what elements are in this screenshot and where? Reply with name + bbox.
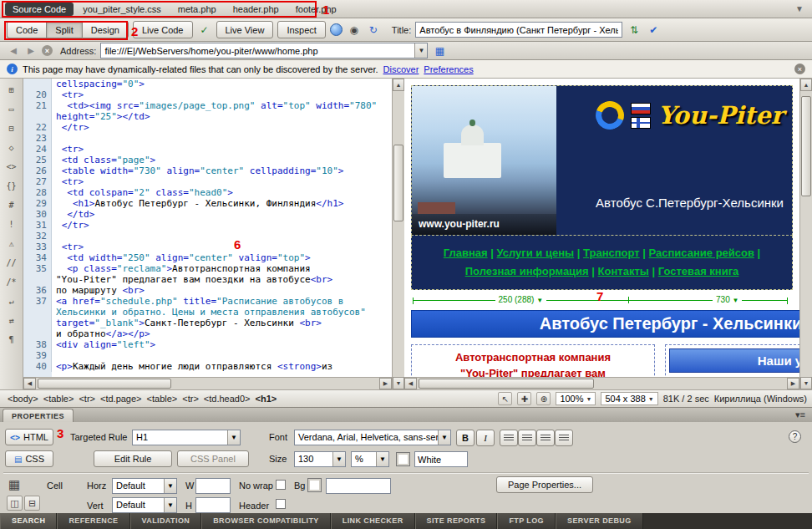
column-width-label[interactable]: 250 (288) ▼	[495, 295, 547, 304]
nav-link[interactable]: Главная	[444, 247, 488, 259]
nav-link[interactable]: Расписание рейсов	[649, 247, 754, 259]
file-management-icon[interactable]: ⇅	[627, 23, 642, 38]
html-mode-button[interactable]: <>HTML	[5, 429, 53, 445]
related-file-tab[interactable]: header.php	[226, 3, 287, 16]
design-view-button[interactable]: Design	[82, 21, 129, 38]
page-properties-button[interactable]: Page Properties...	[496, 476, 593, 493]
text-color-input[interactable]	[414, 451, 468, 467]
results-tab-link-checker[interactable]: LINK CHECKER	[331, 513, 415, 529]
check-browser-compatibility-icon[interactable]: ✓	[197, 23, 212, 38]
tag-selector-item[interactable]: <table>	[41, 393, 77, 404]
horz-align-select[interactable]: Default▼	[112, 478, 177, 494]
w3c-validation-icon[interactable]: ✔	[646, 23, 661, 38]
apply-comment-icon[interactable]: //	[3, 255, 20, 270]
bold-button[interactable]: B	[456, 430, 475, 446]
discover-link[interactable]: Discover	[383, 64, 419, 74]
title-input[interactable]	[416, 23, 622, 37]
preferences-link[interactable]: Preferences	[424, 64, 473, 74]
bg-color-input[interactable]	[326, 478, 391, 494]
scroll-up-icon[interactable]: ▲	[393, 79, 404, 91]
source-code-tab[interactable]: Source Code	[5, 3, 74, 16]
close-info-bar-icon[interactable]: ×	[794, 64, 805, 74]
results-tab-validation[interactable]: VALIDATION	[130, 513, 202, 529]
preview-in-browser-icon[interactable]	[330, 23, 343, 36]
results-tab-search[interactable]: SEARCH	[0, 513, 57, 529]
back-icon[interactable]: ◀	[7, 44, 20, 58]
tag-selector-item[interactable]: <body>	[5, 393, 41, 404]
bg-color-swatch[interactable]	[307, 478, 322, 492]
nav-link[interactable]: Услуги и цены	[497, 247, 575, 259]
italic-button[interactable]: I	[476, 430, 495, 446]
align-left-button[interactable]	[500, 430, 518, 446]
page-heading-bar[interactable]: Автобус Петербург - Хельсинки	[411, 310, 799, 338]
tag-selector-item[interactable]: <td.head0>	[201, 393, 253, 404]
align-justify-button[interactable]	[555, 430, 573, 446]
code-vertical-scrollbar[interactable]: ▲ ▼	[392, 79, 404, 389]
address-dropdown-icon[interactable]: ▼	[414, 43, 427, 58]
balance-braces-icon[interactable]: {}	[3, 178, 20, 193]
design-pane[interactable]: www.you-piter.ru You-Piter Автобус С.Пет…	[404, 79, 799, 389]
css-mode-button[interactable]: ▤CSS	[5, 450, 53, 467]
scroll-left-icon[interactable]: ◀	[404, 378, 417, 389]
expand-all-icon[interactable]: ◇	[3, 140, 20, 155]
vert-align-select[interactable]: Default▼	[112, 497, 177, 513]
size-select[interactable]: 130▼	[294, 451, 346, 467]
related-file-tab[interactable]: footer.php	[288, 3, 344, 16]
refresh-design-view-icon[interactable]: ↻	[366, 23, 381, 38]
related-file-tab[interactable]: meta.php	[170, 3, 224, 16]
design-horizontal-scrollbar[interactable]: ◀ ▶	[404, 377, 799, 389]
title-field[interactable]	[415, 22, 622, 38]
visual-aids-icon[interactable]: ◉	[347, 23, 362, 38]
targeted-rule-select[interactable]: H1▼	[132, 430, 241, 445]
scroll-right-icon[interactable]: ▶	[787, 378, 799, 389]
nav-link[interactable]: Гостевая книга	[658, 265, 739, 277]
font-select[interactable]: Verdana, Arial, Helvetica, sans-serif▼	[294, 430, 451, 445]
tag-selector-item[interactable]: <tr>	[76, 393, 98, 404]
collapse-selection-icon[interactable]: ⊟	[3, 120, 20, 135]
header-checkbox[interactable]	[276, 499, 286, 509]
code-horizontal-scrollbar[interactable]: ◀ ▶	[23, 377, 392, 389]
forward-icon[interactable]: ▶	[24, 44, 38, 58]
format-source-code-icon[interactable]: ¶	[3, 332, 20, 347]
scroll-left-icon[interactable]: ◀	[23, 378, 36, 389]
nav-link[interactable]: Полезная информация	[465, 265, 589, 277]
inspect-button[interactable]: Inspect	[277, 21, 325, 38]
address-input[interactable]	[101, 43, 414, 58]
help-icon[interactable]: ?	[789, 430, 801, 443]
syntax-error-alerts-icon[interactable]: ⚠	[3, 236, 20, 251]
tag-selector-item[interactable]: <table>	[145, 393, 180, 404]
line-numbers-icon[interactable]: #	[3, 197, 20, 212]
css-panel-button[interactable]: CSS Panel	[177, 450, 249, 467]
results-tab-ftp-log[interactable]: FTP LOG	[497, 513, 556, 529]
split-cell-icon[interactable]: ⊟	[24, 496, 40, 511]
code-editor[interactable]: cellspacing="0">20 <tr>21 <td><img src="…	[23, 79, 392, 377]
wrap-tag-icon[interactable]: ↵	[3, 293, 20, 308]
live-view-button[interactable]: Live View	[216, 21, 274, 38]
zoom-tool-icon[interactable]: ⊕	[536, 392, 551, 405]
size-unit-select[interactable]: %▼	[351, 451, 389, 467]
select-parent-tag-icon[interactable]: <>	[3, 159, 20, 174]
tag-selector-item[interactable]: <tr>	[180, 393, 201, 404]
cell-width-input[interactable]	[195, 478, 231, 494]
zoom-level-select[interactable]: 100%▼	[556, 392, 596, 405]
cell-height-input[interactable]	[195, 497, 231, 513]
merge-cells-icon[interactable]: ◫	[7, 496, 23, 511]
live-view-options-icon[interactable]: ▦	[432, 43, 447, 58]
move-css-icon[interactable]: ⇄	[3, 313, 20, 328]
related-file-tab[interactable]: you_piter_style.css	[75, 3, 169, 16]
nav-link[interactable]: Контакты	[598, 265, 649, 277]
edit-rule-button[interactable]: Edit Rule	[94, 450, 172, 467]
scroll-down-icon[interactable]: ▼	[800, 377, 812, 389]
tag-selector-item[interactable]: <h1>	[253, 393, 280, 404]
select-tool-icon[interactable]: ↖	[498, 392, 512, 405]
table-width-ruler[interactable]: 250 (288) ▼ 730 ▼	[411, 293, 793, 307]
code-pane[interactable]: cellspacing="0">20 <tr>21 <td><img src="…	[23, 79, 392, 389]
results-tab-server-debug[interactable]: SERVER DEBUG	[556, 513, 643, 529]
stop-icon[interactable]: ×	[42, 45, 53, 56]
highlight-invalid-code-icon[interactable]: !	[3, 216, 20, 231]
filter-related-files-icon[interactable]: ▼	[792, 4, 807, 13]
align-right-button[interactable]	[536, 430, 555, 446]
nav-link[interactable]: Транспорт	[583, 247, 640, 259]
tag-selector-item[interactable]: <td.page>	[98, 393, 145, 404]
scroll-right-icon[interactable]: ▶	[379, 378, 392, 389]
